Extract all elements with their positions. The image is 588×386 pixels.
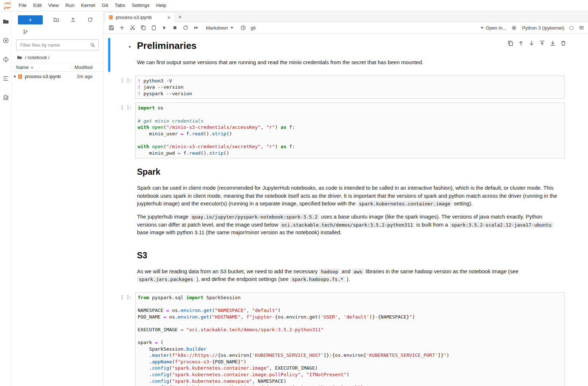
cell-type-dropdown[interactable]: Markdown	[206, 25, 233, 31]
file-browser-icon[interactable]	[0, 15, 11, 28]
markdown-rendered: SparkSpark can be used in client mode (r…	[135, 167, 565, 237]
menubar: File Edit View Run Kernel Git Tabs Setti…	[0, 0, 588, 11]
file-list-header: Name ▲ Modified	[12, 63, 103, 72]
code-editor[interactable]: ! python3 -V! java --version! pyspark --…	[135, 76, 565, 99]
restart-kernel-icon[interactable]	[180, 23, 190, 32]
notebook-panel[interactable]: ▾PreliminariesWe can first output some v…	[103, 34, 588, 386]
git-clone-icon[interactable]	[23, 29, 28, 35]
restart-run-all-icon[interactable]	[191, 23, 201, 32]
git-icon[interactable]	[0, 53, 11, 66]
breadcrumb-path[interactable]: / notebook /	[25, 55, 50, 60]
delete-cell-icon[interactable]	[560, 40, 566, 46]
git-toolbar-label[interactable]: git	[251, 25, 256, 31]
chevron-down-icon	[230, 27, 233, 29]
code-cell[interactable]: [ ]:import os # get minio credentialswit…	[103, 103, 588, 158]
kernel-status-icon	[569, 26, 573, 30]
markdown-paragraph: As we will be reading data from an S3 bu…	[137, 268, 563, 283]
run-icon[interactable]	[159, 23, 169, 32]
markdown-paragraph: We can first output some versions that a…	[137, 59, 563, 67]
collapse-heading-icon[interactable]: ▾	[129, 45, 131, 49]
refresh-icon[interactable]	[87, 17, 93, 23]
column-modified[interactable]: Modified	[70, 65, 103, 70]
interrupt-kernel-icon[interactable]	[170, 23, 180, 32]
cell-prompt: ▾	[110, 38, 135, 72]
toolbar-menu-icon[interactable]	[579, 25, 584, 31]
code-editor[interactable]: from pyspark.sql import SparkSession NAM…	[135, 292, 565, 386]
markdown-cell[interactable]: SparkSpark can be used in client mode (r…	[103, 162, 588, 242]
inline-code: hadoop	[319, 269, 340, 275]
notebook-toolbar: Markdown git Open in... Python 3 (ipyker…	[103, 22, 588, 34]
duplicate-cell-icon[interactable]	[507, 40, 513, 46]
running-sessions-icon[interactable]	[0, 34, 11, 47]
table-of-contents-icon[interactable]	[0, 72, 11, 85]
new-tab-button[interactable]: +	[175, 12, 185, 22]
save-icon[interactable]	[106, 23, 116, 32]
file-filter-input[interactable]	[19, 42, 90, 48]
open-in-dropdown[interactable]: Open in...	[481, 25, 506, 31]
file-name[interactable]: process-s3.ipynb	[25, 74, 77, 79]
cell-type-value: Markdown	[206, 25, 228, 31]
markdown-paragraph: Spark can be used in client mode (recomm…	[137, 184, 563, 208]
cell-toolbar	[507, 40, 566, 46]
inline-code: spark.jars.packages	[137, 276, 195, 282]
markdown-heading: S3	[137, 251, 563, 260]
notebook-cells: ▾PreliminariesWe can first output some v…	[103, 38, 588, 386]
cut-icon[interactable]	[127, 23, 137, 32]
markdown-heading: Spark	[137, 167, 563, 177]
inline-code: oci.stackable.tech/demos/spark:3.5.2-pyt…	[280, 222, 415, 228]
extensions-icon[interactable]	[0, 91, 11, 104]
menu-git[interactable]: Git	[99, 0, 111, 11]
upload-icon[interactable]	[70, 17, 76, 23]
menu-view[interactable]: View	[45, 0, 62, 11]
inline-code: aws	[352, 269, 364, 275]
breadcrumb[interactable]: / notebook /	[12, 52, 103, 63]
menu-edit[interactable]: Edit	[30, 0, 45, 11]
close-tab-icon[interactable]: ×	[167, 14, 171, 20]
move-cell-up-icon[interactable]	[518, 40, 524, 46]
copy-icon[interactable]	[138, 23, 148, 32]
move-cell-down-icon[interactable]	[528, 40, 535, 46]
jupyter-logo	[3, 1, 12, 10]
file-filter[interactable]	[16, 39, 99, 50]
menu-help[interactable]: Help	[153, 0, 169, 11]
file-browser-panel: +	[12, 11, 103, 386]
notebook-file-icon	[108, 15, 113, 20]
new-folder-icon[interactable]	[53, 17, 59, 23]
paste-icon[interactable]	[149, 23, 159, 32]
sort-asc-icon: ▲	[31, 66, 34, 69]
menu-kernel[interactable]: Kernel	[78, 0, 99, 11]
insert-cell-icon[interactable]	[117, 23, 127, 32]
file-modified: 2m ago	[77, 74, 103, 79]
menu-tabs[interactable]: Tabs	[111, 0, 129, 11]
jupyterlab-window: File Edit View Run Kernel Git Tabs Setti…	[0, 0, 588, 386]
column-name[interactable]: Name ▲	[12, 65, 70, 70]
file-browser-git-row	[12, 27, 103, 36]
menu-settings[interactable]: Settings	[129, 0, 153, 11]
markdown-paragraph: The jupyterhub image quay.io/jupyter/pys…	[137, 213, 563, 237]
home-folder-icon[interactable]	[17, 55, 22, 60]
search-icon	[90, 42, 95, 48]
kernel-name[interactable]: Python 3 (ipykernel)	[522, 25, 564, 31]
markdown-rendered: S3As we will be reading data from an S3 …	[135, 251, 565, 283]
new-launcher-button[interactable]: +	[18, 15, 43, 24]
tab-process-s3[interactable]: process-s3.ipynb ×	[105, 12, 175, 22]
menu-run[interactable]: Run	[62, 0, 78, 11]
file-browser-toolbar: +	[12, 15, 103, 25]
history-clock-icon[interactable]	[238, 23, 248, 32]
markdown-cell[interactable]: S3As we will be reading data from an S3 …	[103, 246, 588, 289]
insert-cell-above-icon[interactable]	[539, 40, 545, 46]
activity-bar	[0, 11, 12, 386]
kernel-settings-icon[interactable]	[511, 25, 517, 31]
cell-prompt: [ ]:	[110, 103, 135, 158]
menu-file[interactable]: File	[15, 0, 30, 11]
tab-title[interactable]: process-s3.ipynb	[116, 15, 164, 20]
code-cell[interactable]: [ ]:from pyspark.sql import SparkSession…	[103, 292, 588, 386]
tab-bar: process-s3.ipynb × +	[103, 11, 588, 22]
markdown-cell[interactable]: ▾PreliminariesWe can first output some v…	[103, 38, 588, 72]
code-editor[interactable]: import os # get minio credentialswith op…	[135, 103, 565, 158]
insert-cell-below-icon[interactable]	[550, 40, 556, 46]
open-file-dot	[14, 76, 16, 77]
code-cell[interactable]: [ ]:! python3 -V! java --version! pyspar…	[103, 76, 588, 99]
cell-prompt: [ ]:	[110, 76, 135, 99]
file-row[interactable]: process-s3.ipynb 2m ago	[12, 72, 103, 81]
